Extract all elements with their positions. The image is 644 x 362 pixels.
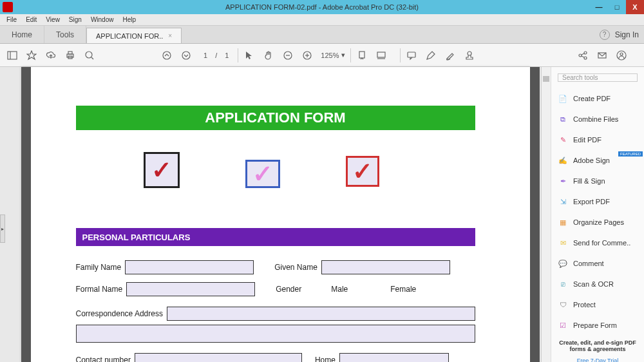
- fit-width-icon[interactable]: [356, 50, 368, 61]
- checkbox-style-2[interactable]: ✓: [245, 160, 280, 188]
- page-margin-left: [21, 67, 31, 362]
- help-icon[interactable]: ?: [600, 30, 610, 40]
- scrollbar-thumb[interactable]: [543, 76, 549, 82]
- check-icon: ✓: [352, 157, 373, 186]
- featured-badge: FEATURED: [618, 151, 643, 157]
- tool-comment[interactable]: 💬Comment: [551, 253, 644, 274]
- export-icon: ⇲: [558, 196, 568, 207]
- menu-edit[interactable]: Edit: [22, 15, 41, 24]
- svg-point-23: [579, 54, 582, 57]
- checkbox-style-3[interactable]: ✓: [346, 156, 379, 187]
- profile-icon[interactable]: [616, 50, 627, 61]
- star-icon[interactable]: [26, 50, 37, 61]
- fit-page-icon[interactable]: [375, 50, 387, 61]
- tools-panel: Search tools 📄Create PDF ⧉Combine Files …: [551, 67, 644, 362]
- protect-icon: 🛡: [558, 300, 568, 310]
- page-down-icon[interactable]: [180, 50, 192, 61]
- page-total: 1: [225, 52, 229, 59]
- tool-export-pdf[interactable]: ⇲Export PDF: [551, 191, 644, 212]
- svg-rect-5: [68, 52, 72, 54]
- close-button[interactable]: X: [626, 0, 644, 14]
- search-tools-input[interactable]: Search tools: [558, 73, 638, 82]
- signin-link[interactable]: Sign In: [615, 30, 639, 39]
- share-icon[interactable]: [577, 50, 589, 61]
- app-icon: [3, 2, 13, 12]
- label-male: Male: [331, 285, 348, 294]
- tool-label: Edit PDF: [573, 136, 601, 144]
- print-icon[interactable]: [64, 50, 76, 61]
- input-address-2[interactable]: [76, 325, 475, 343]
- sidebar-toggle-icon[interactable]: [6, 50, 18, 61]
- page-margin-right: [530, 67, 540, 362]
- label-female: Female: [390, 285, 416, 294]
- tab-document[interactable]: APPLICATION FOR.. ×: [86, 28, 182, 43]
- zoom-in-icon[interactable]: [301, 50, 313, 61]
- tool-fill-sign[interactable]: ✒Fill & Sign: [551, 171, 644, 191]
- svg-line-27: [582, 56, 584, 57]
- menu-view[interactable]: View: [42, 15, 64, 24]
- input-given-name[interactable]: [321, 260, 450, 274]
- input-address-1[interactable]: [167, 307, 475, 321]
- menu-sign[interactable]: Sign: [65, 15, 86, 24]
- trial-link[interactable]: Free 7-Day Trial: [551, 357, 644, 362]
- tool-label: Adobe Sign: [573, 157, 610, 164]
- mail-icon[interactable]: [596, 50, 608, 61]
- tab-tools[interactable]: Tools: [44, 26, 86, 43]
- minimize-button[interactable]: —: [590, 0, 608, 14]
- tool-label: Prepare Form: [573, 321, 617, 329]
- stamp-icon[interactable]: [464, 50, 475, 61]
- form-title-banner: APPLICATION FORM: [76, 106, 475, 130]
- input-family-name[interactable]: [125, 260, 254, 274]
- tab-home[interactable]: Home: [0, 26, 44, 43]
- maximize-button[interactable]: □: [608, 0, 626, 14]
- page-sep: /: [215, 52, 217, 59]
- highlight-icon[interactable]: [444, 50, 456, 61]
- label-home: Home: [315, 356, 336, 362]
- hand-icon[interactable]: [263, 50, 274, 61]
- scan-icon: ⎚: [558, 279, 568, 289]
- promo-text: Create, edit, and e-sign PDF forms & agr…: [551, 336, 644, 354]
- svg-marker-11: [246, 52, 252, 59]
- zoom-out-icon[interactable]: [282, 50, 294, 61]
- workspace: ▸ APPLICATION FORM ✓ ✓ ✓ PERSONAL PARTIC…: [0, 67, 644, 362]
- menu-help[interactable]: Help: [118, 15, 140, 24]
- input-contact[interactable]: [135, 353, 302, 362]
- tool-label: Scan & OCR: [573, 280, 614, 288]
- page-up-icon[interactable]: [161, 50, 173, 61]
- input-formal-name[interactable]: [126, 282, 255, 296]
- comment-icon[interactable]: [406, 50, 417, 61]
- page-current[interactable]: 1: [204, 52, 207, 59]
- fill-sign-icon: ✒: [558, 176, 568, 186]
- svg-line-26: [582, 53, 584, 55]
- pointer-icon[interactable]: [243, 50, 255, 61]
- tool-protect[interactable]: 🛡Protect: [551, 294, 644, 315]
- expand-left-icon[interactable]: ▸: [0, 214, 5, 243]
- zoom-level[interactable]: 125%: [321, 52, 339, 59]
- tool-adobe-sign[interactable]: ✍Adobe SignFEATURED: [551, 150, 644, 171]
- label-address: Correspondence Address: [76, 309, 163, 318]
- label-gender: Gender: [276, 285, 301, 294]
- canvas-area[interactable]: ▸ APPLICATION FORM ✓ ✓ ✓ PERSONAL PARTIC…: [0, 67, 551, 362]
- pen-icon[interactable]: [425, 50, 437, 61]
- toolbar: 1 / 1 125% ▾: [0, 44, 644, 67]
- svg-point-7: [86, 52, 92, 58]
- search-icon[interactable]: [84, 50, 95, 61]
- tool-combine[interactable]: ⧉Combine Files: [551, 109, 644, 129]
- checkbox-style-1[interactable]: ✓: [144, 152, 180, 188]
- cloud-save-icon[interactable]: [45, 50, 57, 61]
- tool-edit-pdf[interactable]: ✎Edit PDF: [551, 129, 644, 150]
- menu-window[interactable]: Window: [87, 15, 118, 24]
- tool-send-comments[interactable]: ✉Send for Comme..: [551, 233, 644, 253]
- combine-icon: ⧉: [558, 114, 568, 124]
- scrollbar-vertical[interactable]: [541, 67, 551, 362]
- input-home[interactable]: [339, 353, 449, 362]
- menu-file[interactable]: File: [3, 15, 21, 24]
- tool-prepare-form[interactable]: ☑Prepare Form: [551, 315, 644, 336]
- svg-rect-0: [8, 52, 17, 59]
- tool-label: Combine Files: [573, 115, 618, 123]
- svg-rect-20: [408, 52, 415, 57]
- tab-close-icon[interactable]: ×: [168, 32, 172, 39]
- tool-organize[interactable]: ▦Organize Pages: [551, 212, 644, 233]
- tool-scan-ocr[interactable]: ⎚Scan & OCR: [551, 274, 644, 294]
- tool-create-pdf[interactable]: 📄Create PDF: [551, 88, 644, 109]
